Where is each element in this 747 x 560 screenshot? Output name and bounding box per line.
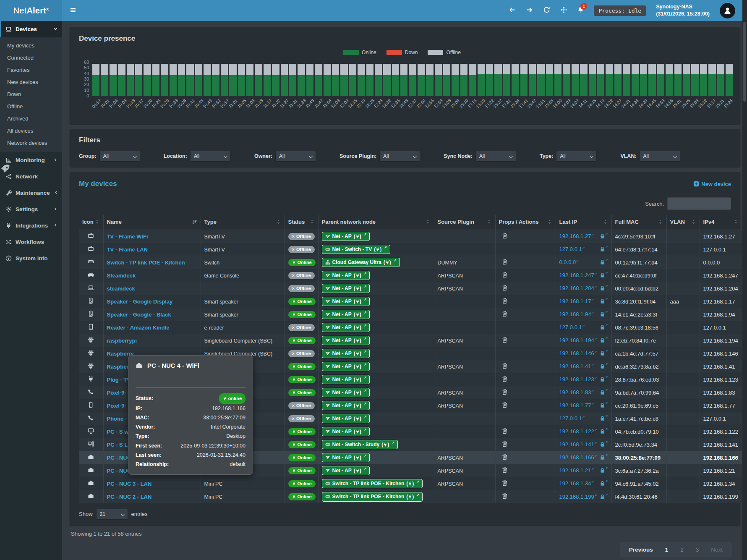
- lock-link[interactable]: ↗: [600, 259, 608, 265]
- last-ip-link[interactable]: 192.168.1.83↗: [559, 389, 594, 395]
- table-row[interactable]: steamdeck×OfflineNet - AP()↗ARPSCAN192.1…: [79, 282, 742, 295]
- device-name-link[interactable]: steamdeck: [107, 285, 135, 292]
- nav-back-button[interactable]: [509, 6, 516, 15]
- last-ip-link[interactable]: 192.168.1.141↗: [559, 441, 597, 447]
- sidebar-item-offline[interactable]: Offline: [0, 100, 62, 113]
- scrollbar-thumb[interactable]: [743, 22, 746, 102]
- delete-device-button[interactable]: [501, 376, 508, 382]
- sidebar-item-down[interactable]: Down: [0, 88, 62, 100]
- last-ip-link[interactable]: 192.168.1.199↗: [559, 494, 597, 500]
- delete-device-button[interactable]: [501, 337, 508, 343]
- sidebar-item-archived[interactable]: Archived: [0, 113, 62, 125]
- last-ip-link[interactable]: 127.0.0.1↗: [559, 415, 585, 421]
- delete-device-button[interactable]: [501, 285, 508, 291]
- parent-node-link[interactable]: Net - Switch - TV()↗: [322, 245, 390, 254]
- sidebar-item-workflows[interactable]: Workflows: [0, 234, 62, 250]
- delete-device-button[interactable]: [501, 311, 508, 317]
- nav-forward-button[interactable]: [526, 6, 533, 15]
- lock-link[interactable]: ↗: [600, 233, 608, 239]
- parent-node-link[interactable]: Net - AP()↗: [322, 427, 370, 437]
- col-header-full-mac[interactable]: Full MAC: [611, 215, 666, 230]
- lock-link[interactable]: ↗: [600, 311, 608, 317]
- last-ip-link[interactable]: 192.168.1.17↗: [559, 298, 594, 304]
- last-ip-link[interactable]: 192.168.1.94↗: [559, 311, 594, 317]
- search-input[interactable]: [667, 197, 731, 210]
- last-ip-link[interactable]: 192.168.1.247↗: [559, 272, 597, 278]
- col-header-ipv4[interactable]: IPv4: [700, 215, 742, 230]
- delete-device-button[interactable]: [501, 402, 508, 408]
- sidebar-item-maintenance[interactable]: Maintenance: [0, 185, 62, 201]
- last-ip-link[interactable]: 192.168.1.123↗: [559, 376, 597, 382]
- parent-node-link[interactable]: Net - AP()↗: [322, 336, 370, 345]
- filter-select-vlan[interactable]: All: [640, 151, 680, 162]
- last-ip-link[interactable]: 192.168.1.21↗: [559, 467, 594, 474]
- sidebar-item-my-devices[interactable]: My devices: [0, 39, 62, 52]
- last-ip-link[interactable]: 192.168.1.34↗: [559, 480, 594, 487]
- parent-node-link[interactable]: Net - AP()↗: [322, 232, 370, 241]
- parent-node-link[interactable]: Net - AP()↗: [322, 414, 370, 424]
- delete-device-button[interactable]: [501, 298, 508, 304]
- last-ip-link[interactable]: 192.168.1.27↗: [559, 233, 594, 239]
- col-header-status[interactable]: Status: [285, 215, 318, 230]
- parent-node-link[interactable]: Net - AP()↗: [322, 271, 370, 280]
- device-name-link[interactable]: TV - Frame LAN: [107, 246, 148, 253]
- page-button-next[interactable]: Next: [711, 547, 723, 553]
- sidebar-item-devices[interactable]: Devices: [0, 21, 62, 37]
- lock-link[interactable]: ↗: [600, 390, 608, 395]
- device-name-link[interactable]: Pixel-9-: [107, 403, 126, 409]
- page-scrollbar[interactable]: [742, 0, 747, 560]
- page-button-1[interactable]: 1: [665, 547, 669, 553]
- page-size-select[interactable]: 21: [96, 509, 128, 520]
- device-name-link[interactable]: PC - S w: [107, 429, 129, 435]
- device-name-link[interactable]: TV - Frame WiFi: [107, 233, 148, 240]
- parent-node-link[interactable]: Net - AP()↗: [322, 323, 370, 332]
- parent-node-link[interactable]: Net - AP()↗: [322, 453, 370, 463]
- table-row[interactable]: Reader - Amazon Kindlee-reader×OfflineNe…: [79, 321, 742, 334]
- lock-link[interactable]: ↗: [600, 351, 608, 356]
- lock-link[interactable]: ↗: [600, 455, 608, 460]
- col-header-vlan[interactable]: VLAN: [666, 215, 700, 230]
- sidebar-item-favorites[interactable]: Favorites: [0, 64, 62, 76]
- delete-device-button[interactable]: [501, 259, 508, 265]
- device-name-link[interactable]: PC - NUC 3 - LAN: [107, 481, 152, 487]
- device-name-link[interactable]: Speaker - Google - Black: [107, 311, 171, 318]
- col-header-last-ip[interactable]: Last IP: [556, 215, 611, 230]
- last-ip-link[interactable]: 192.168.1.122↗: [559, 428, 597, 434]
- parent-node-link[interactable]: Net - AP()↗: [322, 362, 370, 372]
- device-name-link[interactable]: Speaker - Google Display: [107, 298, 173, 305]
- table-row[interactable]: Speaker - Google DisplaySmart speakerOnl…: [79, 295, 742, 308]
- device-name-link[interactable]: Plug - TV: [107, 377, 131, 383]
- parent-node-link[interactable]: Cloud Gateway Ultra()↗: [322, 258, 400, 267]
- parent-node-link[interactable]: Net - AP()↗: [322, 375, 370, 385]
- lock-link[interactable]: ↗: [600, 285, 608, 291]
- last-ip-link[interactable]: 192.168.1.77↗: [559, 402, 594, 408]
- device-name-link[interactable]: Phone -: [107, 416, 127, 422]
- filter-select-source-plugin[interactable]: All: [379, 151, 420, 162]
- avatar[interactable]: [720, 3, 735, 18]
- filter-select-type[interactable]: All: [556, 151, 597, 162]
- lock-link[interactable]: ↗: [600, 468, 608, 473]
- parent-node-link[interactable]: Net - AP()↗: [322, 310, 370, 319]
- delete-device-button[interactable]: [501, 233, 508, 239]
- new-device-button[interactable]: New device: [693, 181, 731, 187]
- move-button[interactable]: [560, 6, 567, 15]
- lock-link[interactable]: ↗: [600, 272, 608, 278]
- delete-device-button[interactable]: [501, 467, 508, 473]
- notifications-button[interactable]: 1: [577, 7, 584, 14]
- table-row[interactable]: PC - NUC 2 - LANMini PCOnlineSwitch - TP…: [79, 490, 742, 503]
- refresh-button[interactable]: [543, 6, 550, 15]
- table-row[interactable]: SteamdeckGame Console×OfflineNet - AP()↗…: [79, 269, 742, 282]
- lock-link[interactable]: ↗: [600, 338, 608, 343]
- col-header-type[interactable]: Type: [201, 215, 285, 230]
- filter-select-owner[interactable]: All: [275, 151, 316, 162]
- lock-link[interactable]: ↗: [600, 377, 608, 382]
- col-header-source-plugin[interactable]: Source Plugin: [434, 215, 495, 230]
- filter-select-group[interactable]: All: [99, 151, 140, 162]
- last-ip-link[interactable]: 127.0.0.1↗: [559, 324, 585, 330]
- device-name-link[interactable]: PC - NUC 2 - LAN: [107, 494, 152, 500]
- device-name-link[interactable]: Reader - Amazon Kindle: [107, 324, 170, 331]
- sidebar-item-integrations[interactable]: Integrations: [0, 217, 62, 234]
- table-row[interactable]: PC - NUC 3 - LANMini PCOnlineSwitch - TP…: [79, 477, 742, 490]
- parent-node-link[interactable]: Net - AP()↗: [322, 401, 370, 411]
- parent-node-link[interactable]: Net - Switch - Study()↗: [322, 440, 398, 450]
